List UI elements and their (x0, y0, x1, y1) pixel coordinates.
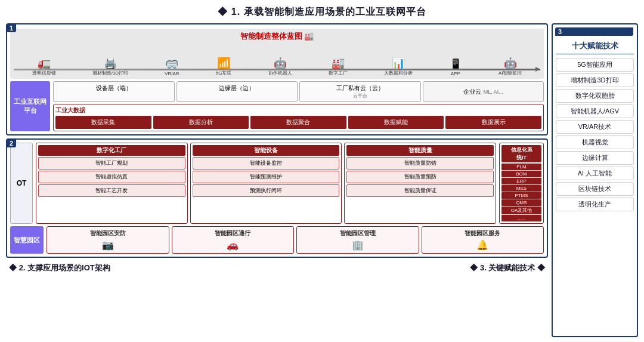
left-center: 1 智能制造整体蓝图 🏭 🚛 透明供应链 🖨️ 增材制造/3D打印 (6, 23, 548, 337)
blueprint-title: 智能制造整体蓝图 🏭 (14, 31, 540, 42)
bp-label-1: 增材制造/3D打印 (92, 70, 128, 76)
module-item-02: 智能工艺开发 (38, 184, 185, 197)
park-module-title-3: 智能园区服务 (424, 229, 542, 238)
park-modules: 智能园区安防 📷 智能园区通行 🚗 智能园区管理 🏢 智能园区服务 (47, 226, 544, 254)
park-module-0: 智能园区安防 📷 (47, 226, 169, 254)
rp-item-3: 智能机器人/AGV (556, 104, 634, 118)
supply-chain-icon: 🚛 (38, 58, 51, 69)
addmfg-icon: 🖨️ (104, 58, 117, 69)
park-label: 智慧园区 (10, 226, 44, 254)
module-item-20: 智能质量防错 (346, 157, 494, 170)
bigdata-row: 工业大数据 数据采集 数据分析 数据聚合 数据赋能 数据展示 (53, 104, 544, 131)
park-module-icon-0: 📷 (49, 239, 167, 251)
section1: 1 智能制造整体蓝图 🏭 🚛 透明供应链 🖨️ 增材制造/3D打印 (6, 23, 548, 135)
it-item-5: QMS (501, 199, 541, 206)
blueprint-icons: 🚛 透明供应链 🖨️ 增材制造/3D打印 🥽 VR/AR 📶 (14, 44, 540, 76)
layer-device: 设备层（端） (53, 81, 175, 102)
it-item-2: ERP (501, 178, 541, 184)
module-item-01: 智能虚拟仿真 (38, 171, 185, 183)
rp-item-8: 区块链技术 (556, 182, 634, 196)
bp-item-6: 📊 大数据和分析 (384, 58, 413, 76)
park-module-3: 智能园区服务 🔔 (422, 226, 544, 254)
it-title: 信息化系统IT (501, 145, 541, 162)
bp-item-2: 🥽 VR/AR (165, 59, 179, 76)
bigdata-items: 数据采集 数据分析 数据聚合 数据赋能 数据展示 (55, 116, 541, 129)
bottom-labels: 2. 支撑应用场景的IOT架构 3. 关键赋能技术 (6, 261, 548, 275)
it-item-4: PTMS (501, 192, 541, 199)
it-system: 信息化系统IT PLM BOM ERP MES PTMS QMS OA及其他 .… (499, 143, 544, 224)
park-module-icon-3: 🔔 (424, 239, 542, 251)
rp-item-6: 边缘计算 (556, 151, 634, 165)
module-smart-equipment: 智能设备 智能设备监控 智能预测维护 预测执行闭环 (190, 143, 342, 224)
bigdata-item-1: 数据分析 (153, 116, 249, 129)
layers-row: 设备层（端） 边缘层（边） 工厂私有云（云） 云平台 企业云 (53, 81, 544, 102)
layer-edge-label: 边缘层（边） (179, 84, 296, 93)
module-item-12: 预测执行闭环 (193, 184, 340, 197)
rp-item-7: AI 人工智能 (556, 167, 634, 180)
park-module-title-0: 智能园区安防 (49, 229, 167, 238)
park-module-icon-2: 🏢 (299, 239, 417, 251)
iiot-row: 工业互联网平台 设备层（端） 边缘层（边） 工厂私有云（云） 云平台 (10, 81, 544, 131)
module-item-21: 智能质量预防 (346, 171, 494, 183)
bottom-right-label: 3. 关键赋能技术 (470, 263, 545, 273)
bp-item-3: 📶 5G互联 (216, 58, 232, 76)
rp-item-2: 数字化双胞胎 (556, 89, 634, 103)
park-module-2: 智能园区管理 🏢 (296, 226, 419, 254)
bigdata-item-2: 数据聚合 (250, 116, 346, 129)
park-module-icon-1: 🚗 (174, 239, 292, 251)
layer-edge: 边缘层（边） (177, 81, 298, 102)
iiot-right: 设备层（端） 边缘层（边） 工厂私有云（云） 云平台 企业云 (53, 81, 544, 131)
it-items: PLM BOM ERP MES PTMS QMS OA及其他 ...... (501, 164, 541, 221)
it-item-1: BOM (501, 171, 541, 177)
module-smart-quality: 智能质量 智能质量防错 智能质量预防 智能质量保证 (344, 143, 496, 224)
ot-label: OT (10, 143, 33, 224)
layer-enterprise-label: 企业云 (463, 88, 481, 96)
section1-num: 1 (7, 24, 16, 32)
bp-label-0: 透明供应链 (32, 70, 56, 76)
bigdata-icon: 📊 (392, 58, 405, 69)
layer-device-label: 设备层（端） (55, 84, 172, 93)
content-area: 1 智能制造整体蓝图 🏭 🚛 透明供应链 🖨️ 增材制造/3D打印 (6, 23, 638, 337)
bigdata-item-3: 数据赋能 (348, 116, 444, 129)
bp-item-1: 🖨️ 增材制造/3D打印 (92, 58, 128, 76)
module-title-2: 智能质量 (346, 145, 494, 156)
layer-enterprise: 企业云 ML, AI... (423, 81, 544, 102)
layer-private-cloud: 工厂私有云（云） 云平台 (299, 81, 421, 102)
bp-label-4: 协作机器人 (268, 70, 292, 76)
park-module-title-1: 智能园区通行 (174, 229, 292, 238)
bp-label-6: 大数据和分析 (384, 70, 413, 76)
main-wrapper: 1. 承载智能制造应用场景的工业互联网平台 1 智能制造整体蓝图 🏭 🚛 透明供… (0, 0, 644, 342)
section3-num: 3 (555, 27, 633, 36)
right-panel: 3 十大赋能技术 5G智能应用 增材制造3D打印 数字化双胞胎 智能机器人/AG… (552, 23, 638, 337)
it-item-7: ...... (501, 215, 541, 221)
module-title-0: 数字化工厂 (38, 145, 185, 156)
ai-icon: 🤖 (504, 58, 517, 69)
module-title-1: 智能设备 (193, 145, 340, 156)
bp-item-0: 🚛 透明供应链 (32, 58, 56, 76)
module-item-00: 智能工厂规划 (38, 157, 185, 170)
it-item-3: MES (501, 185, 541, 192)
module-digital-factory: 数字化工厂 智能工厂规划 智能虚拟仿真 智能工艺开发 (36, 143, 188, 224)
robot-icon: 🤖 (274, 58, 287, 69)
module-item-22: 智能质量保证 (346, 184, 494, 197)
bp-item-7: 📱 APP (449, 59, 462, 76)
top-title: 1. 承载智能制造应用场景的工业互联网平台 (6, 5, 638, 21)
bigdata-title: 工业大数据 (55, 106, 541, 115)
park-row: 智慧园区 智能园区安防 📷 智能园区通行 🚗 智能园区管理 🏢 (10, 226, 544, 254)
bigdata-item-4: 数据展示 (445, 116, 541, 129)
layer-cloud-sublabel: 云平台 (302, 93, 419, 99)
park-module-1: 智能园区通行 🚗 (172, 226, 295, 254)
it-item-6: OA及其他 (501, 207, 541, 214)
right-panel-title: 十大赋能技术 (556, 41, 634, 54)
module-item-11: 智能预测维护 (193, 171, 340, 183)
rp-item-0: 5G智能应用 (556, 58, 634, 72)
bp-label-2: VR/AR (165, 71, 179, 76)
bp-label-7: APP (451, 71, 460, 76)
section2: 2 OT 数字化工厂 智能工厂规划 智能虚拟仿真 智能工艺开发 (6, 138, 548, 258)
enterprise-sub: ML, AI... (484, 89, 503, 95)
bigdata-item-0: 数据采集 (55, 116, 151, 129)
bp-label-5: 数字工厂 (329, 70, 348, 76)
bp-item-4: 🤖 协作机器人 (268, 58, 292, 76)
bp-label-8: AI智能监控 (499, 70, 522, 76)
rp-item-9: 透明化生产 (556, 198, 634, 211)
